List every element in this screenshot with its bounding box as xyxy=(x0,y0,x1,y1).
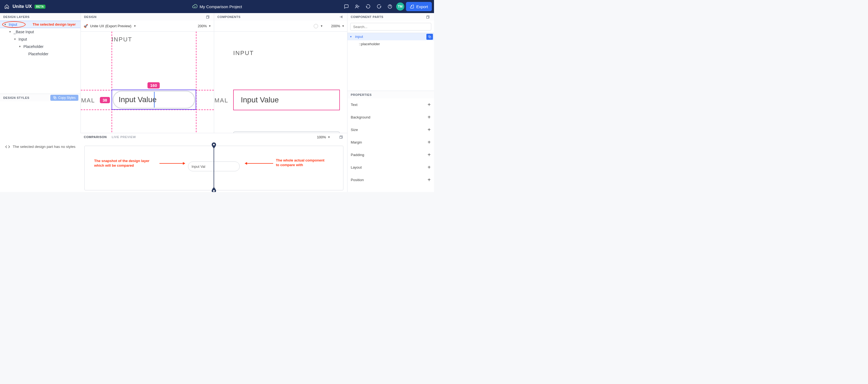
plus-icon[interactable]: + xyxy=(428,164,431,171)
redo-button[interactable] xyxy=(374,2,384,11)
caret-down-icon[interactable]: ▼ xyxy=(18,45,22,49)
prop-position[interactable]: Position+ xyxy=(347,174,434,186)
prop-size[interactable]: Size+ xyxy=(347,123,434,136)
layer-row-base-input[interactable]: ▼ _Base Input xyxy=(0,28,81,35)
parts-row-placeholder[interactable]: ::placeholder xyxy=(347,40,434,48)
brand-text: Unite UX xyxy=(12,4,32,9)
comparison-strip: COMPARISON LIVE PREVIEW 100% ▼ Input Val… xyxy=(81,133,347,192)
comment-icon xyxy=(344,4,349,9)
zoom-value: 100% xyxy=(317,135,326,139)
search-input[interactable] xyxy=(350,23,431,30)
user-plus-icon xyxy=(355,4,360,9)
copy-styles-button[interactable]: Copy Styles xyxy=(50,95,79,101)
layer-row-input-2[interactable]: ▼ Input xyxy=(0,35,81,43)
plus-icon[interactable]: + xyxy=(428,177,431,183)
comparison-body: Input Val The snapshot of the design lay… xyxy=(81,141,347,192)
prop-margin[interactable]: Margin+ xyxy=(347,136,434,148)
no-styles-text: The selected design part has no styles xyxy=(13,145,75,149)
layer-label: Input xyxy=(9,22,17,27)
design-canvas[interactable]: INPUT MAL 160 38 Input Value xyxy=(81,32,214,146)
collapse-button[interactable] xyxy=(338,15,344,19)
copy-node-button[interactable] xyxy=(426,34,433,40)
svg-rect-11 xyxy=(340,136,342,138)
plus-icon[interactable]: + xyxy=(428,127,431,133)
maximize-button[interactable] xyxy=(205,15,211,19)
home-button[interactable] xyxy=(2,2,11,11)
avatar[interactable]: TM xyxy=(396,2,404,11)
properties-list: Text+ Background+ Size+ Margin+ Padding+… xyxy=(347,98,434,186)
layers-tree: ▼ Input ▼ _Base Input ▼ Input ▼ Placehol… xyxy=(0,21,81,94)
slider-handle-top[interactable] xyxy=(211,142,216,149)
design-zoom[interactable]: 200% ▼ xyxy=(198,24,211,28)
caret-down-icon[interactable]: ▼ xyxy=(8,30,12,34)
right-panel: COMPONENT PARTS ▼ input ::placeholder PR… xyxy=(347,13,434,192)
slider-handle-bottom[interactable] xyxy=(211,186,216,192)
properties-header: PROPERTIES xyxy=(347,91,434,98)
pin-icon xyxy=(211,142,216,149)
chevron-down-icon: ▼ xyxy=(342,25,344,28)
chevron-down-icon: ▼ xyxy=(209,25,211,28)
copy-icon xyxy=(53,96,57,99)
project-title-wrap[interactable]: My Comparison Project xyxy=(192,4,242,9)
caret-down-icon[interactable]: ▼ xyxy=(13,37,17,41)
svg-point-13 xyxy=(213,190,215,192)
design-file-label[interactable]: Unite UX (Export Preview) xyxy=(90,24,131,28)
prop-text[interactable]: Text+ xyxy=(347,98,434,111)
chevron-down-icon[interactable]: ▼ xyxy=(133,25,136,28)
components-canvas[interactable]: INPUT MAL VER Input Value Input Value xyxy=(214,32,347,146)
help-button[interactable] xyxy=(385,2,395,11)
styles-body: The selected design part has no styles xyxy=(0,101,81,192)
component-input-value: Input Value xyxy=(241,96,279,104)
caret-down-icon[interactable]: ▼ xyxy=(350,35,353,38)
components-toolbar: ▼ 200% ▼ xyxy=(214,21,347,32)
comments-button[interactable] xyxy=(342,2,351,11)
undo-button[interactable] xyxy=(364,2,373,11)
export-button[interactable]: Export xyxy=(406,2,432,11)
export-icon xyxy=(410,4,414,9)
components-label-mal: MAL xyxy=(214,97,228,104)
comparison-slider[interactable] xyxy=(214,144,214,191)
layer-label: Placeholder xyxy=(23,45,43,49)
plus-icon[interactable]: + xyxy=(428,139,431,145)
invite-button[interactable] xyxy=(353,2,362,11)
copy-icon xyxy=(428,35,431,38)
plus-icon[interactable]: + xyxy=(428,101,431,108)
copy-styles-label: Copy Styles xyxy=(58,96,75,100)
component-parts-header: COMPONENT PARTS xyxy=(347,13,434,21)
plus-icon[interactable]: + xyxy=(428,152,431,158)
annot-arrow-right xyxy=(247,163,273,164)
prop-layout[interactable]: Layout+ xyxy=(347,161,434,174)
prop-padding[interactable]: Padding+ xyxy=(347,148,434,161)
component-input-selected[interactable]: Input Value xyxy=(233,90,340,110)
components-zoom[interactable]: 200% ▼ xyxy=(331,24,344,28)
tab-comparison[interactable]: COMPARISON xyxy=(84,135,107,139)
components-header: COMPONENTS xyxy=(214,13,347,21)
theme-swatch[interactable] xyxy=(314,24,318,28)
design-input-value: Input Value xyxy=(119,95,157,104)
maximize-button[interactable] xyxy=(425,15,431,19)
dim-width: 160 xyxy=(148,82,160,89)
svg-rect-5 xyxy=(206,16,209,18)
caret-down-icon[interactable]: ▼ xyxy=(3,23,7,26)
design-selected-input[interactable]: Input Value xyxy=(112,90,196,110)
zoom-value: 200% xyxy=(331,24,340,28)
pin-icon xyxy=(211,186,216,192)
search-wrap xyxy=(347,21,434,33)
layer-row-placeholder-group[interactable]: ▼ Placeholder xyxy=(0,43,81,50)
maximize-button[interactable] xyxy=(338,135,344,139)
parts-row-input[interactable]: ▼ input xyxy=(347,33,434,40)
dim-height: 38 xyxy=(100,97,110,103)
chevron-down-icon[interactable]: ▼ xyxy=(320,25,323,28)
guide-v-right xyxy=(196,32,196,146)
maximize-icon xyxy=(206,15,210,19)
layer-row-input[interactable]: ▼ Input xyxy=(0,21,81,28)
design-styles-header: DESIGN STYLES Copy Styles xyxy=(0,94,81,101)
layer-row-placeholder[interactable]: ▼ Placeholder xyxy=(0,50,81,57)
design-toolbar: 🚀 Unite UX (Export Preview) ▼ 200% ▼ xyxy=(81,21,214,32)
beta-badge: BETA xyxy=(35,5,45,9)
prop-background[interactable]: Background+ xyxy=(347,111,434,123)
layer-label: Placeholder xyxy=(28,52,49,56)
comparison-zoom[interactable]: 100% ▼ xyxy=(317,135,330,139)
tab-live-preview[interactable]: LIVE PREVIEW xyxy=(112,135,136,139)
plus-icon[interactable]: + xyxy=(428,114,431,120)
